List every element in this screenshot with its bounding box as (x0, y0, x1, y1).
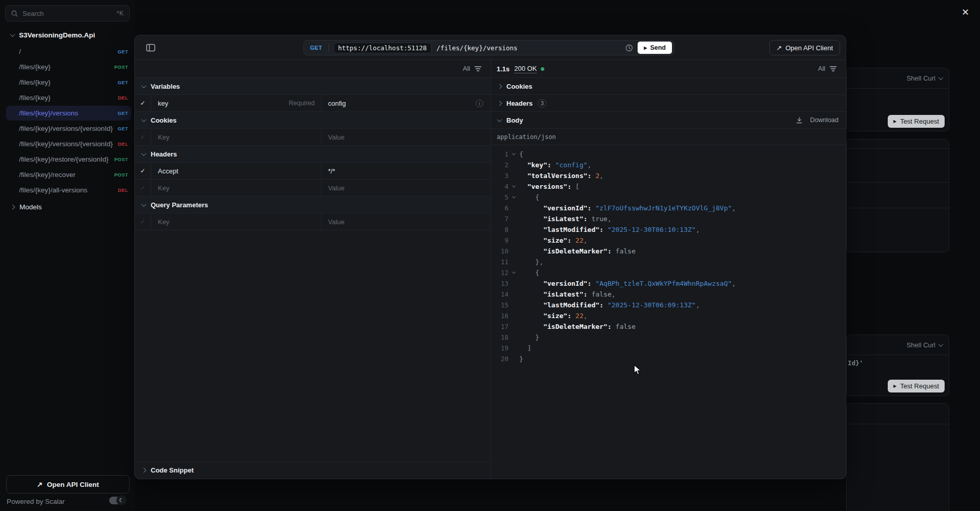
row-key-cell[interactable]: keyRequired (151, 95, 321, 111)
headers-label: Headers (506, 100, 533, 107)
address-bar[interactable]: GET https://localhost:51128 /files/{key}… (303, 40, 674, 55)
row-key-input[interactable]: key (158, 100, 289, 107)
http-method-badge: POST (114, 64, 128, 70)
filter-icon[interactable] (830, 66, 836, 71)
test-request-button[interactable]: ▶ Test Request (888, 380, 945, 392)
sidebar-item-endpoint[interactable]: /files/{key}/versions/{versionId}GET (6, 121, 131, 136)
request-section-header[interactable]: Variables (135, 78, 491, 95)
code-text: "totalVersions": 2, (519, 172, 603, 180)
code-text: "versionId": "zlF7oUfsswhwJrN1y1eTYKzOVl… (519, 204, 736, 212)
row-checkbox[interactable]: ✓ (135, 180, 151, 196)
code-line: 7 "isLatest": true, (491, 213, 846, 224)
fold-toggle[interactable] (508, 153, 519, 155)
row-key-cell[interactable]: Key (151, 213, 321, 230)
row-value-input[interactable]: */* (328, 167, 483, 175)
search-input[interactable]: Search ^K (5, 5, 130, 22)
check-icon: ✓ (140, 167, 145, 174)
divider (329, 44, 329, 52)
fold-toggle[interactable] (508, 271, 519, 274)
response-cookies-section[interactable]: Cookies (491, 78, 846, 95)
row-key-input[interactable]: Key (158, 133, 315, 141)
row-checkbox[interactable]: ✓ (135, 129, 151, 145)
fold-toggle[interactable] (508, 185, 519, 188)
row-value-input[interactable]: Value (328, 218, 483, 226)
sidebar-group-api[interactable]: S3VersioningDemo.Api (0, 27, 135, 43)
code-text: "size": 22, (519, 312, 587, 320)
request-path-input[interactable]: /files/{key}/versions (437, 44, 626, 52)
endpoint-path: /files/{key} (19, 93, 115, 102)
row-value-cell[interactable]: configi (321, 95, 491, 111)
request-row: ✓KeyValue (135, 213, 491, 230)
bg-example-card (846, 139, 949, 252)
status-badge[interactable]: 200 OK (514, 65, 537, 73)
code-snippet-section[interactable]: Code Snippet (135, 462, 491, 478)
bg-example-card: Shell Curl ▶ Test Request (846, 68, 949, 131)
fold-toggle[interactable] (508, 196, 519, 199)
sidebar-toggle-icon[interactable] (146, 44, 155, 52)
request-section-header[interactable]: Cookies (135, 112, 491, 129)
row-key-cell[interactable]: Key (151, 180, 321, 196)
row-checkbox[interactable]: ✓ (135, 213, 151, 230)
send-button[interactable]: ▶ Send (638, 42, 672, 54)
row-key-input[interactable]: Accept (158, 167, 315, 175)
sidebar-item-endpoint[interactable]: /files/{key}GET (6, 75, 131, 90)
code-language-select[interactable]: Shell Curl (847, 335, 949, 355)
chevron-down-icon (512, 270, 516, 274)
line-number: 8 (491, 226, 508, 233)
row-value-input[interactable]: Value (328, 184, 483, 192)
search-placeholder: Search (23, 10, 112, 17)
request-section-header[interactable]: Query Parameters (135, 196, 491, 213)
row-key-input[interactable]: Key (158, 218, 315, 226)
sidebar-item-endpoint[interactable]: /files/{key}/versionsGET (6, 106, 131, 121)
history-icon[interactable] (625, 44, 633, 52)
sidebar-item-models[interactable]: Models (0, 198, 135, 216)
request-method-label[interactable]: GET (304, 45, 329, 51)
response-panel: 1.1s 200 OK All Cookies Headers 3 (491, 60, 846, 478)
section-title: Query Parameters (151, 201, 208, 209)
code-line: 1{ (491, 149, 846, 160)
row-value-input[interactable]: config (328, 100, 476, 107)
row-value-cell[interactable]: Value (321, 180, 491, 196)
response-body-section[interactable]: Body Download (491, 112, 846, 129)
row-checkbox[interactable]: ✓ (135, 95, 151, 111)
code-language-select[interactable]: Shell Curl (847, 68, 949, 89)
line-number: 13 (491, 280, 508, 287)
sidebar-item-endpoint[interactable]: /files/{key}/all-versionsDEL (6, 183, 131, 198)
check-icon: ✓ (140, 184, 145, 191)
base-url[interactable]: https://localhost:51128 (334, 43, 432, 53)
models-label: Models (19, 203, 42, 211)
request-filter[interactable]: All (135, 60, 491, 78)
code-text: "isLatest": false, (519, 290, 616, 298)
sidebar-item-endpoint[interactable]: /files/{key}/versions/{versionId}DEL (6, 136, 131, 151)
sidebar-endpoint-list: /GET/files/{key}POST/files/{key}GET/file… (0, 43, 135, 198)
open-api-client-button[interactable]: ↗ Open API Client (6, 475, 130, 494)
row-value-cell[interactable]: */* (321, 163, 491, 179)
sidebar-item-endpoint[interactable]: /files/{key}DEL (6, 90, 131, 105)
line-number: 6 (491, 204, 508, 212)
row-value-cell[interactable]: Value (321, 129, 491, 145)
test-request-button[interactable]: ▶ Test Request (888, 115, 945, 128)
open-api-client-button-modal[interactable]: ↗ Open API Client (769, 40, 840, 55)
api-client-modal: GET https://localhost:51128 /files/{key}… (135, 35, 846, 479)
close-icon[interactable]: ✕ (962, 7, 969, 18)
code-text: "versions": [ (519, 183, 579, 190)
chevron-down-icon (497, 117, 502, 122)
sidebar-item-endpoint[interactable]: /files/{key}POST (6, 60, 131, 74)
row-value-input[interactable]: Value (328, 133, 483, 141)
row-key-cell[interactable]: Accept (151, 163, 321, 179)
code-line: 20} (491, 353, 846, 364)
shell-curl-label: Shell Curl (907, 341, 935, 349)
response-headers-section[interactable]: Headers 3 (491, 95, 846, 112)
row-checkbox[interactable]: ✓ (135, 163, 151, 179)
sidebar-item-endpoint[interactable]: /files/{key}/restore/{versionId}POST (6, 152, 131, 167)
download-label[interactable]: Download (810, 116, 839, 124)
row-key-cell[interactable]: Key (151, 129, 321, 145)
code-line: 14 "isLatest": false, (491, 289, 846, 300)
code-line: 6 "versionId": "zlF7oUfsswhwJrN1y1eTYKzO… (491, 203, 846, 213)
row-key-input[interactable]: Key (158, 184, 315, 192)
dark-mode-toggle[interactable]: ☾ (109, 497, 126, 504)
sidebar-item-endpoint[interactable]: /files/{key}/recoverPOST (6, 167, 131, 182)
request-section-header[interactable]: Headers (135, 146, 491, 163)
sidebar-item-endpoint[interactable]: /GET (6, 44, 131, 59)
row-value-cell[interactable]: Value (321, 213, 491, 230)
